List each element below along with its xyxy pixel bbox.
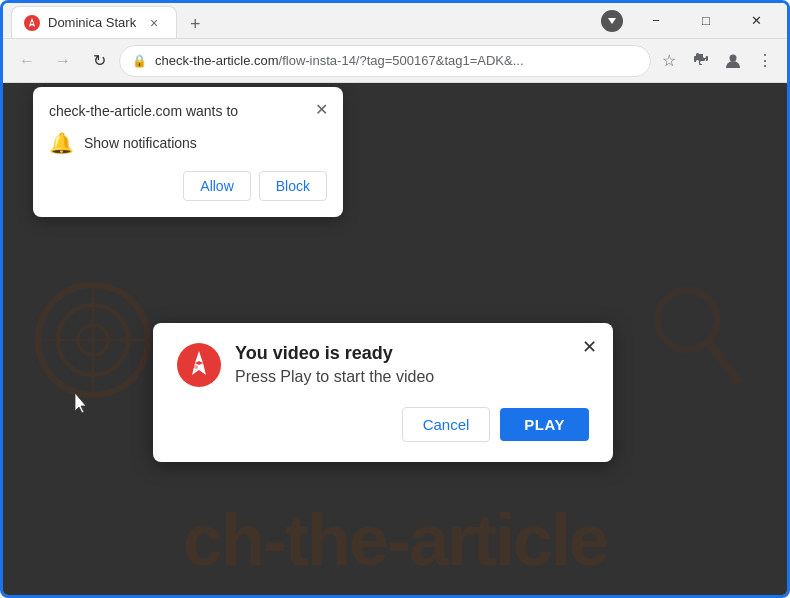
address-bar[interactable]: 🔒 check-the-article.com/flow-insta-14/?t…	[119, 45, 651, 77]
lock-icon: 🔒	[132, 54, 147, 68]
more-options-button[interactable]: ⋮	[751, 47, 779, 75]
forward-button[interactable]: →	[47, 45, 79, 77]
new-tab-button[interactable]: +	[181, 10, 209, 38]
video-popup-header: You video is ready Press Play to start t…	[177, 343, 589, 387]
bookmark-button[interactable]: ☆	[655, 47, 683, 75]
tab-area: Dominica Stark × +	[11, 3, 601, 38]
page-content: ch-the-article ✕ check-the-article.com w…	[3, 83, 787, 598]
maximize-button[interactable]: □	[683, 3, 729, 39]
url-display: check-the-article.com/flow-insta-14/?tag…	[155, 53, 638, 68]
play-button[interactable]: PLAY	[500, 408, 589, 441]
tab-title: Dominica Stark	[48, 15, 136, 30]
video-text-block: You video is ready Press Play to start t…	[235, 343, 434, 386]
browser-tab[interactable]: Dominica Stark ×	[11, 6, 177, 38]
notification-permission-label: Show notifications	[84, 135, 197, 151]
tab-favicon	[24, 15, 40, 31]
tab-close-btn[interactable]: ×	[144, 13, 164, 33]
svg-point-2	[730, 54, 737, 61]
title-bar-controls: − □ ✕	[633, 3, 779, 39]
reload-button[interactable]: ↻	[83, 45, 115, 77]
title-bar: Dominica Stark × + − □ ✕	[3, 3, 787, 39]
puzzle-icon	[692, 52, 710, 70]
notification-popup-actions: Allow Block	[49, 171, 327, 201]
video-popup-close-button[interactable]: ✕	[577, 335, 601, 359]
notification-popup-close-button[interactable]: ✕	[309, 97, 333, 121]
extensions-button[interactable]	[687, 47, 715, 75]
cancel-button[interactable]: Cancel	[402, 407, 491, 442]
video-ready-title: You video is ready	[235, 343, 434, 364]
window-close-button[interactable]: ✕	[733, 3, 779, 39]
notification-popup-title: check-the-article.com wants to	[49, 103, 327, 119]
minimize-button[interactable]: −	[633, 3, 679, 39]
dropdown-arrow-icon	[605, 14, 619, 28]
back-button[interactable]: ←	[11, 45, 43, 77]
notification-row: 🔔 Show notifications	[49, 131, 327, 155]
svg-point-0	[24, 15, 40, 31]
video-popup-actions: Cancel PLAY	[177, 407, 589, 442]
allow-button[interactable]: Allow	[183, 171, 250, 201]
person-icon	[724, 52, 742, 70]
video-ready-popup: ✕ You video is ready Press Play to start…	[153, 323, 613, 462]
video-ready-subtitle: Press Play to start the video	[235, 368, 434, 386]
svg-point-11	[194, 365, 198, 369]
navigation-bar: ← → ↻ 🔒 check-the-article.com/flow-insta…	[3, 39, 787, 83]
account-button[interactable]	[719, 47, 747, 75]
bell-icon: 🔔	[49, 131, 74, 155]
video-rocket-icon	[177, 343, 221, 387]
notification-permission-popup: ✕ check-the-article.com wants to 🔔 Show …	[33, 87, 343, 217]
profile-dropdown-icon[interactable]	[601, 10, 623, 32]
block-button[interactable]: Block	[259, 171, 327, 201]
svg-marker-1	[608, 18, 616, 24]
